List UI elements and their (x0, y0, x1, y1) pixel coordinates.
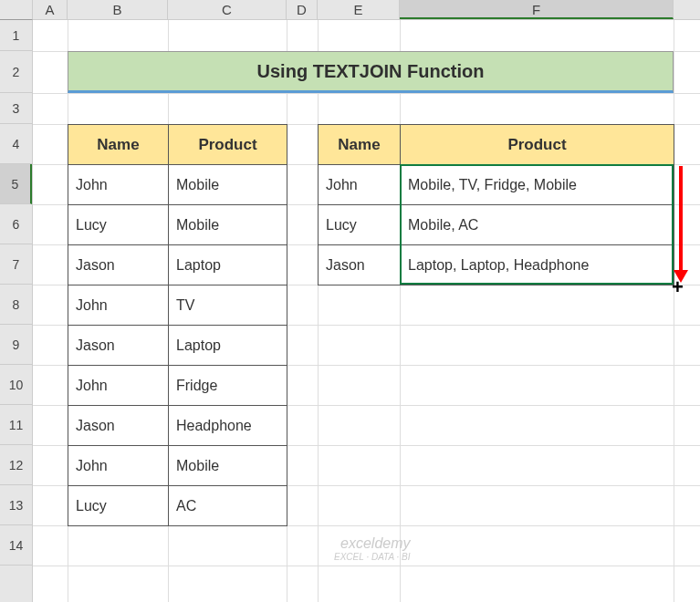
row-header-12[interactable]: 12 (0, 445, 32, 485)
cell[interactable]: Mobile (169, 205, 287, 245)
row-header-6[interactable]: 6 (0, 204, 32, 244)
grid-area[interactable]: Using TEXTJOIN Function Name Product Joh… (33, 20, 700, 602)
cell[interactable]: TV (169, 285, 287, 326)
cell[interactable]: Laptop (169, 326, 287, 366)
col-header-B[interactable]: B (68, 0, 168, 19)
cell[interactable]: John (319, 165, 401, 205)
cell[interactable]: Jason (68, 326, 169, 366)
cell[interactable]: Laptop, Laptop, Headphone (401, 245, 674, 285)
cell[interactable]: Lucy (319, 205, 401, 245)
cell[interactable]: Mobile, TV, Fridge, Mobile (401, 165, 674, 205)
row-header-2[interactable]: 2 (0, 51, 32, 93)
row-header-3[interactable]: 3 (0, 93, 32, 124)
col-header-product: Product (401, 125, 674, 165)
cell[interactable]: John (68, 366, 169, 406)
cell[interactable]: Lucy (68, 486, 169, 526)
col-header-D[interactable]: D (287, 0, 318, 19)
watermark-line1: exceldemy (334, 535, 411, 552)
col-header-A[interactable]: A (33, 0, 68, 19)
spreadsheet: A B C D E F 1 2 3 4 5 6 7 8 9 10 11 12 1… (0, 0, 700, 602)
cell[interactable]: John (68, 165, 169, 205)
select-all-corner[interactable] (0, 0, 33, 20)
page-title: Using TEXTJOIN Function (68, 51, 674, 93)
column-headers: A B C D E F (0, 0, 700, 20)
row-header-14[interactable]: 14 (0, 525, 32, 566)
cell[interactable]: Headphone (169, 406, 287, 446)
cell[interactable]: Lucy (68, 205, 169, 245)
cell[interactable]: Jason (319, 245, 401, 285)
row-header-4[interactable]: 4 (0, 124, 32, 164)
watermark-line2: EXCEL · DATA · BI (334, 552, 411, 563)
col-header-E[interactable]: E (318, 0, 400, 19)
col-header-product: Product (169, 125, 287, 165)
row-header-13[interactable]: 13 (0, 485, 32, 525)
cell[interactable]: Mobile, AC (401, 205, 674, 245)
cell[interactable]: Mobile (169, 165, 287, 205)
arrow-head-icon (674, 270, 688, 283)
col-header-name: Name (319, 125, 401, 165)
cell[interactable]: Jason (68, 245, 169, 285)
col-header-C[interactable]: C (168, 0, 287, 19)
cell[interactable]: Fridge (169, 366, 287, 406)
row-header-5[interactable]: 5 (0, 164, 32, 204)
row-header-9[interactable]: 9 (0, 325, 32, 365)
cell[interactable]: Jason (68, 406, 169, 446)
cell[interactable]: Mobile (169, 446, 287, 486)
source-table: Name Product JohnMobile LucyMobile Jason… (68, 124, 287, 526)
arrow-annotation (679, 166, 683, 272)
cell[interactable]: John (68, 285, 169, 326)
row-header-10[interactable]: 10 (0, 365, 32, 405)
watermark: exceldemy EXCEL · DATA · BI (334, 535, 411, 563)
col-header-name: Name (68, 125, 169, 165)
col-header-F[interactable]: F (400, 0, 674, 19)
cell[interactable]: AC (169, 486, 287, 526)
row-headers: 1 2 3 4 5 6 7 8 9 10 11 12 13 14 (0, 20, 33, 602)
row-header-8[interactable]: 8 (0, 285, 32, 325)
row-header-1[interactable]: 1 (0, 20, 32, 51)
result-table: Name Product JohnMobile, TV, Fridge, Mob… (318, 124, 674, 285)
cell[interactable]: Laptop (169, 245, 287, 285)
cell[interactable]: John (68, 446, 169, 486)
row-header-7[interactable]: 7 (0, 244, 32, 285)
row-header-11[interactable]: 11 (0, 405, 32, 445)
